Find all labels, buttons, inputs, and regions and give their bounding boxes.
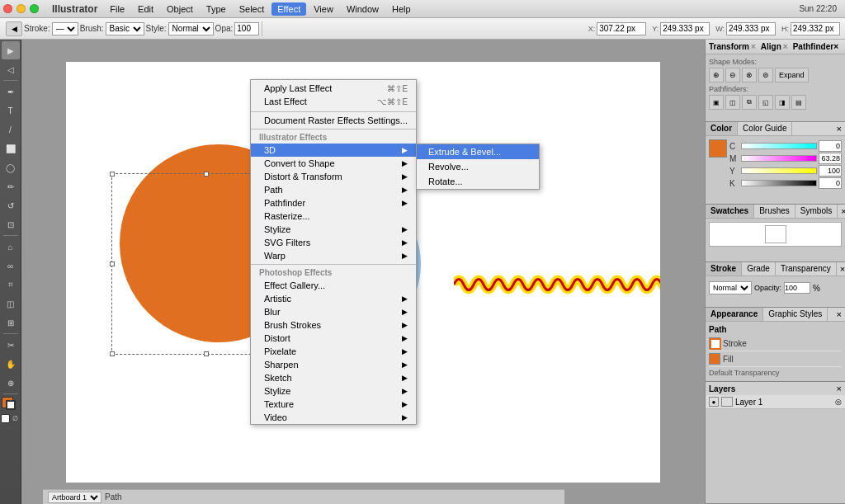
menu-view[interactable]: View [308, 2, 339, 16]
m-slider[interactable] [741, 155, 817, 162]
menu-type[interactable]: Type [201, 2, 232, 16]
stylize-ill-item[interactable]: Stylize ▶ [251, 223, 416, 236]
last-effect-item[interactable]: Last Effect ⌥⌘⇧E [251, 95, 416, 108]
stylize-photo-item[interactable]: Stylize ▶ [251, 384, 416, 398]
k-slider[interactable] [741, 180, 817, 186]
m-value[interactable] [819, 153, 842, 164]
tab-stroke[interactable]: Stroke [706, 262, 742, 276]
tab-symbols[interactable]: Symbols [795, 205, 838, 218]
swatch-item-white[interactable] [765, 225, 786, 243]
zoom-tool[interactable]: ⊕ [2, 374, 20, 392]
pathfinder-3[interactable]: ⧉ [742, 95, 757, 110]
swatches-panel-close[interactable]: × [838, 205, 845, 218]
y-slider[interactable] [741, 167, 817, 174]
path-item[interactable]: Path ▶ [251, 183, 416, 196]
y-value[interactable] [819, 165, 842, 177]
tab-brushes[interactable]: Brushes [754, 205, 795, 218]
menu-effect[interactable]: Effect [271, 2, 306, 16]
brush-strokes-item[interactable]: Brush Strokes ▶ [251, 318, 416, 332]
tab-appearance[interactable]: Appearance [706, 308, 763, 321]
menu-window[interactable]: Window [341, 2, 385, 16]
opacity-input-stroke[interactable] [784, 282, 810, 294]
pathfinder-4[interactable]: ◱ [758, 95, 773, 110]
direct-select-tool[interactable]: ◁ [2, 60, 20, 78]
scissors-tool[interactable]: ✂ [2, 336, 20, 354]
y-input[interactable] [660, 22, 710, 35]
menu-file[interactable]: File [104, 2, 130, 16]
extrude-bevel-item[interactable]: Extrude & Bevel... [417, 144, 539, 159]
expand-btn[interactable]: Expand [775, 68, 809, 82]
type-tool[interactable]: T [2, 101, 20, 120]
fill-stroke-indicator[interactable] [2, 397, 20, 412]
rasterize-item[interactable]: Rasterize... [251, 210, 416, 223]
c-value[interactable] [819, 140, 842, 152]
menu-help[interactable]: Help [386, 2, 417, 16]
hand-tool[interactable]: ✋ [2, 355, 20, 373]
pen-tool[interactable]: ✒ [2, 82, 20, 101]
transform-panel-close[interactable]: × [833, 42, 842, 51]
artboard-select[interactable]: Artboard 1 [48, 492, 101, 503]
texture-item[interactable]: Texture ▶ [251, 398, 416, 411]
distort-item[interactable]: Distort ▶ [251, 332, 416, 345]
blend-tool[interactable]: ∞ [2, 257, 20, 275]
pathfinder-5[interactable]: ◨ [775, 95, 790, 110]
rotate-item[interactable]: Rotate... [417, 174, 539, 189]
c-slider[interactable] [741, 143, 817, 149]
document-raster-item[interactable]: Document Raster Effects Settings... [251, 114, 416, 127]
video-item[interactable]: Video ▶ [251, 411, 416, 424]
pathfinder-6[interactable]: ▤ [791, 95, 806, 110]
color-swatch[interactable] [709, 139, 727, 158]
appearance-panel-close[interactable]: × [833, 308, 845, 321]
menu-object[interactable]: Object [161, 2, 199, 16]
w-input[interactable] [726, 22, 776, 35]
none-btn[interactable]: ∅ [11, 414, 20, 423]
stroke-panel-close[interactable]: × [837, 262, 845, 276]
layer-visibility-icon[interactable]: ● [709, 397, 719, 407]
distort-transform-item[interactable]: Distort & Transform ▶ [251, 170, 416, 183]
maximize-window-btn[interactable] [30, 4, 39, 13]
h-input[interactable] [791, 22, 840, 35]
blur-item[interactable]: Blur ▶ [251, 305, 416, 318]
stroke-select[interactable]: — [52, 22, 78, 35]
mesh-tool[interactable]: ⊞ [2, 313, 20, 332]
close-window-btn[interactable] [3, 4, 12, 13]
tab-grade[interactable]: Grade [742, 262, 776, 276]
convert-to-shape-item[interactable]: Convert to Shape ▶ [251, 157, 416, 170]
menu-edit[interactable]: Edit [132, 2, 159, 16]
warp-tool[interactable]: ⌂ [2, 238, 20, 256]
menu-select[interactable]: Select [234, 2, 271, 16]
apply-last-effect-item[interactable]: Apply Last Effect ⌘⇧E [251, 82, 416, 95]
tab-transparency[interactable]: Transparency [776, 262, 837, 276]
layers-panel-close[interactable]: × [837, 384, 842, 393]
pathfinder-1[interactable]: ▣ [709, 95, 724, 110]
rect-tool[interactable]: ⬜ [2, 139, 20, 158]
x-input[interactable] [597, 22, 646, 35]
sharpen-item[interactable]: Sharpen ▶ [251, 358, 416, 371]
warp-item[interactable]: Warp ▶ [251, 249, 416, 262]
rotate-tool[interactable]: ↺ [2, 196, 20, 214]
layer-options-icon[interactable]: ◎ [835, 398, 842, 406]
shape-mode-4[interactable]: ⊜ [758, 68, 773, 82]
revolve-item[interactable]: Revolve... [417, 159, 539, 174]
blend-mode-select[interactable]: Normal [709, 281, 752, 294]
pathfinder-item[interactable]: Pathfinder ▶ [251, 196, 416, 210]
k-value[interactable] [819, 177, 842, 189]
style-select[interactable]: Normal [168, 22, 214, 35]
ellipse-tool[interactable]: ◯ [2, 158, 20, 177]
fill-color-btn[interactable]: □ [1, 414, 10, 423]
brush-select[interactable]: Basic [106, 22, 144, 35]
opacity-input[interactable] [234, 22, 259, 35]
select-tool[interactable]: ▶ [2, 41, 20, 59]
artistic-item[interactable]: Artistic ▶ [251, 292, 416, 305]
tab-color[interactable]: Color [706, 122, 738, 135]
eyedropper-tool[interactable]: ⌗ [2, 276, 20, 294]
layer-edit-icon[interactable] [721, 397, 733, 407]
effect-3d-item[interactable]: 3D ▶ Extrude & Bevel... Revolve... Rotat… [251, 144, 416, 157]
gradient-tool[interactable]: ◫ [2, 294, 20, 313]
shape-mode-2[interactable]: ⊖ [725, 68, 740, 82]
tab-color-guide[interactable]: Color Guide [738, 122, 792, 135]
brush-tool[interactable]: ✏ [2, 177, 20, 195]
pixelate-item[interactable]: Pixelate ▶ [251, 345, 416, 358]
shape-mode-3[interactable]: ⊗ [742, 68, 757, 82]
minimize-window-btn[interactable] [17, 4, 26, 13]
